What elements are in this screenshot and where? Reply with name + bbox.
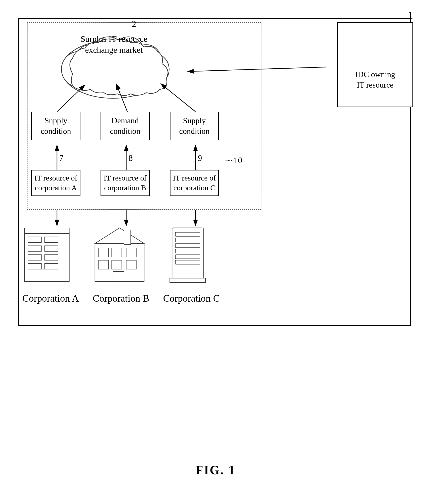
corporation-a-label: Corporation A <box>22 293 79 304</box>
condition-demand: Demand condition <box>100 112 150 140</box>
corporation-b-label: Corporation B <box>93 293 149 304</box>
condition-supply-left: Supply condition <box>31 112 81 140</box>
page: 1 2 ~~10 <box>0 0 431 504</box>
idc-box <box>337 22 413 107</box>
corporation-c-label: Corporation C <box>163 293 220 304</box>
resource-box-c: IT resource of corporation C <box>170 170 219 196</box>
figure-caption: FIG. 1 <box>0 463 431 477</box>
idc-label: IDC owning IT resource <box>337 69 413 90</box>
resource-box-b: IT resource of corporation B <box>100 170 150 196</box>
resource-box-a: IT resource of corporation A <box>31 170 81 196</box>
condition-supply-right: Supply condition <box>170 112 219 140</box>
